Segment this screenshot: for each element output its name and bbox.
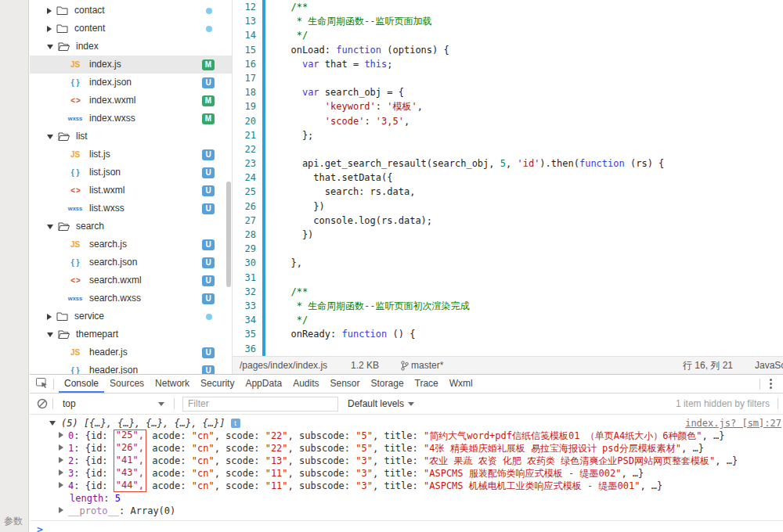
code-line: 36 — [233, 342, 783, 356]
tree-file-search.wxml[interactable]: < >search.wxmlU — [30, 271, 232, 289]
clear-console-icon[interactable] — [37, 398, 48, 409]
collapse-arrow-icon[interactable] — [47, 45, 53, 49]
console-text: acode: — [146, 443, 192, 454]
tree-folder-contact[interactable]: contact — [30, 2, 232, 20]
console-text: "cn" — [192, 468, 215, 479]
proto-value: : Array(0) — [119, 505, 175, 516]
tree-folder-service[interactable]: service — [30, 307, 232, 325]
language-mode[interactable]: JavaScript — [755, 360, 783, 371]
tab-network[interactable]: Network — [150, 375, 195, 393]
git-branch[interactable]: master* — [401, 360, 443, 371]
code-line: 12 /** — [233, 0, 783, 14]
more-options-icon[interactable] — [765, 379, 777, 389]
line-number: 25 — [233, 185, 259, 199]
tree-file-list.js[interactable]: JSlist.jsU — [30, 146, 232, 164]
tree-folder-content[interactable]: content — [30, 20, 232, 38]
tab-security[interactable]: Security — [195, 375, 240, 393]
json-file-icon: { } — [66, 253, 85, 271]
collapse-arrow-icon[interactable] — [47, 225, 53, 229]
expand-arrow-icon[interactable] — [47, 8, 52, 14]
tree-folder-index[interactable]: index — [30, 38, 232, 56]
debug-tabs: ConsoleSourcesNetworkSecurityAppDataAudi… — [59, 375, 478, 393]
tree-item-label: content — [74, 20, 105, 38]
file-tree-scrollbar[interactable] — [226, 182, 231, 287]
tree-file-header.json[interactable]: { }header.jsonU — [30, 361, 232, 374]
object-title-value: "4张 精美婚庆婚礼展板 易拉宝海报设计 psd分层模板素材" — [424, 443, 681, 454]
tab-sensor[interactable]: Sensor — [325, 375, 366, 393]
tab-trace[interactable]: Trace — [410, 375, 444, 393]
expand-toggle-icon[interactable] — [59, 482, 63, 488]
tree-file-list.wxml[interactable]: < >list.wxmlU — [30, 182, 232, 200]
expand-toggle-icon[interactable] — [59, 457, 63, 463]
tree-file-index.json[interactable]: { }index.jsonU — [30, 74, 232, 92]
code-text: * 生命周期函数--监听页面初次渲染完成 — [280, 299, 470, 313]
console-array-summary[interactable]: (5) [{…}, {…}, {…}, {…}, {…}]tindex.js? … — [30, 417, 783, 430]
code-text: search: rs.data, — [280, 185, 415, 199]
tree-file-search.js[interactable]: JSsearch.jsU — [30, 235, 232, 253]
expand-arrow-icon[interactable] — [47, 26, 52, 32]
tree-file-list.json[interactable]: { }list.jsonU — [30, 164, 232, 182]
tree-file-index.wxss[interactable]: wxssindex.wxssM — [30, 110, 232, 128]
console-object-row[interactable]: 1: {id: "26", acode: "cn", scode: "22", … — [30, 442, 783, 455]
expand-toggle-icon[interactable] — [59, 469, 63, 476]
collapse-arrow-icon[interactable] — [47, 135, 53, 139]
tree-file-header.js[interactable]: JSheader.jsU — [30, 343, 232, 361]
wxss-file-icon: wxss — [66, 110, 85, 128]
log-levels-select[interactable]: Default levels — [348, 398, 414, 409]
inspect-element-icon[interactable] — [36, 378, 49, 390]
code-line: 19 'keyword': '模板', — [233, 99, 783, 113]
console-object-row[interactable]: 0: {id: "25", acode: "cn", scode: "22", … — [30, 430, 783, 442]
tab-console[interactable]: Console — [59, 375, 104, 393]
expand-toggle-icon[interactable] — [59, 507, 63, 513]
gutter-modified-bar — [262, 171, 265, 185]
console-prompt[interactable]: > — [30, 520, 783, 532]
tree-file-search.wxss[interactable]: wxsssearch.wxssU — [30, 289, 232, 307]
console-object-row[interactable]: 4: {id: "44", acode: "cn", scode: "11", … — [30, 480, 783, 492]
source-link[interactable]: index.js? [sm]:27 — [685, 417, 781, 430]
tree-folder-themepart[interactable]: themepart — [30, 325, 232, 343]
console-text: "3" — [355, 480, 373, 491]
unsaved-dot-icon — [206, 8, 212, 14]
console-text: {id: — [85, 443, 114, 454]
expand-toggle-icon[interactable] — [59, 432, 63, 438]
tree-folder-search[interactable]: search — [30, 217, 232, 235]
branch-icon — [401, 361, 409, 371]
tree-folder-list[interactable]: list — [30, 128, 232, 146]
tab-audits[interactable]: Audits — [287, 375, 324, 393]
filter-input[interactable] — [182, 397, 338, 412]
console-proto-row[interactable]: __proto__: Array(0) — [30, 505, 783, 517]
gutter-modified-bar — [262, 156, 265, 171]
git-status-badge: U — [202, 347, 215, 358]
context-select[interactable]: top — [58, 398, 169, 409]
console-object-row[interactable]: 3: {id: "43", acode: "cn", scode: "11", … — [30, 467, 783, 480]
tree-file-index.js[interactable]: JSindex.jsM — [30, 56, 232, 74]
console-object-row[interactable]: 2: {id: "41", acode: "cn", scode: "13", … — [30, 455, 783, 467]
code-line: 29 — [233, 242, 783, 256]
console-text: , subscode: — [288, 480, 356, 491]
tab-sources[interactable]: Sources — [104, 375, 150, 393]
tree-file-list.wxss[interactable]: wxsslist.wxssU — [30, 200, 232, 217]
tree-file-index.wxml[interactable]: < >index.wxmlM — [30, 92, 232, 110]
line-number: 31 — [233, 271, 259, 285]
prompt-chevron-icon: > — [37, 523, 43, 532]
array-preview: (5) [{…}, {…}, {…}, {…}, {…}] — [61, 417, 226, 430]
tab-bar-right — [755, 379, 777, 390]
tab-wxml[interactable]: Wxml — [444, 375, 478, 393]
line-number: 14 — [233, 28, 259, 42]
line-number: 34 — [233, 313, 259, 327]
code-text: onLoad: function (options) { — [280, 43, 449, 57]
expand-arrow-icon[interactable] — [47, 314, 52, 320]
collapse-toggle-icon[interactable] — [49, 421, 56, 426]
tab-storage[interactable]: Storage — [366, 375, 410, 393]
cursor-position: 行 16, 列 21 — [683, 359, 733, 372]
collapse-arrow-icon[interactable] — [47, 332, 53, 337]
tab-appdata[interactable]: AppData — [240, 375, 287, 393]
console-text: "5" — [355, 443, 373, 454]
annotated-id-value: "41", — [114, 455, 146, 467]
tree-file-search.json[interactable]: { }search.jsonU — [30, 253, 232, 271]
code-line: 32 /** — [233, 285, 783, 299]
code-editor[interactable]: 12 /**13 * 生命周期函数--监听页面加载14 */15 onLoad:… — [232, 0, 783, 356]
console-text: : — [103, 493, 114, 504]
expand-toggle-icon[interactable] — [59, 444, 63, 451]
divider — [53, 379, 54, 390]
